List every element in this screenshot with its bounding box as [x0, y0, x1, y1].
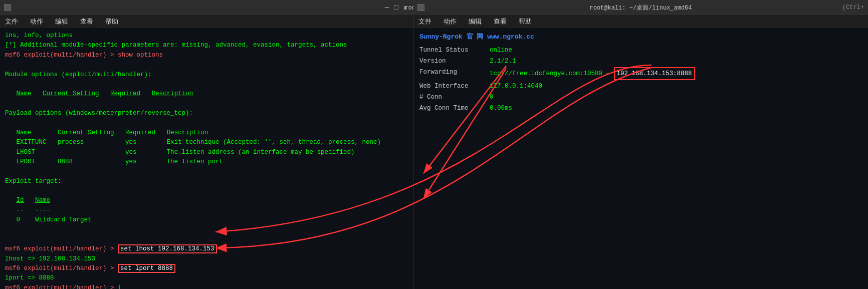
menu-file-right[interactable]: 文件	[415, 16, 435, 27]
ngrok-key-forwarding: Forwarding	[419, 67, 490, 80]
menu-action-right[interactable]: 动作	[441, 16, 460, 27]
term-line: Exploit target:	[5, 177, 408, 186]
term-line: Name Current Setting Required Descriptio…	[5, 89, 408, 99]
ngrok-key-version: Version	[419, 56, 490, 66]
term-line	[5, 167, 408, 176]
terminal-body-left: ins, info, options [*] Additional module…	[0, 28, 413, 289]
term-line: Id Name	[5, 196, 408, 205]
menu-file[interactable]: 文件	[2, 16, 21, 27]
ctrl-hint: (Ctrl+	[842, 4, 864, 11]
term-line: [*] Additional module-specific parameter…	[5, 41, 408, 50]
term-line: lport => 8888	[5, 273, 408, 283]
term-line	[5, 99, 408, 109]
forwarding-target-highlight: 192.168.134.153:8888	[614, 67, 695, 80]
term-line: msf6 exploit(multi/handler) > show optio…	[5, 51, 408, 60]
ngrok-val-webui: 127.0.0.1:4040	[490, 81, 862, 91]
term-line: lhost => 192.168.134.153	[5, 254, 408, 264]
menu-edit[interactable]: 编辑	[52, 16, 71, 27]
term-line	[5, 186, 408, 196]
term-line: LHOST yes The listen address (an interfa…	[5, 148, 408, 157]
ngrok-table: Tunnel Status online Version 2.1/2.1 For…	[419, 45, 862, 113]
term-cmd-lhost: msf6 exploit(multi/handler) > set lhost …	[5, 244, 408, 254]
menu-edit-right[interactable]: 编辑	[466, 16, 485, 27]
menu-help-right[interactable]: 帮助	[516, 16, 535, 27]
terminal-left: root@kali: ~/桌面 — □ ✕ 文件 动作 编辑 查看 帮助 ins…	[0, 0, 413, 289]
term-prompt: msf6 exploit(multi/handler) > |	[5, 283, 408, 289]
term-line	[5, 118, 408, 128]
term-line: LPORT 8888 yes The listen port	[5, 157, 408, 167]
title-bar-right: root@kali: ~/桌面/linux_amd64 (Ctrl+	[413, 0, 868, 15]
window-button-right[interactable]	[417, 4, 424, 11]
ngrok-key-conn: # Conn	[419, 92, 490, 102]
ngrok-key-status: Tunnel Status	[419, 45, 490, 55]
term-line: ins, info, options	[5, 31, 408, 41]
ngrok-key-webui: Web Interface	[419, 81, 490, 91]
ngrok-val-status: online	[490, 45, 862, 55]
term-line: EXITFUNC process yes Exit technique (Acc…	[5, 138, 408, 147]
terminal-right: root@kali: ~/桌面/linux_amd64 (Ctrl+ 文件 动作…	[413, 0, 868, 289]
ngrok-val-conn: 0	[490, 92, 862, 102]
title-bar-left: root@kali: ~/桌面 — □ ✕	[0, 0, 413, 15]
menu-bar-left: 文件 动作 编辑 查看 帮助	[0, 15, 413, 28]
ngrok-header: Sunny-Ngrok 官 网 www.ngrok.cc	[419, 32, 862, 41]
term-line	[5, 60, 408, 70]
right-body: Sunny-Ngrok 官 网 www.ngrok.cc Tunnel Stat…	[413, 28, 868, 289]
minimize-icon[interactable]: —	[383, 4, 390, 12]
menu-view-right[interactable]: 查看	[491, 16, 510, 27]
term-line: Module options (exploit/multi/handler):	[5, 70, 408, 80]
window-button[interactable]	[4, 4, 11, 11]
menu-action[interactable]: 动作	[27, 16, 46, 27]
window-controls	[4, 4, 11, 11]
ngrok-val-conntime: 0.00ms	[490, 103, 862, 113]
term-cmd-lport: msf6 exploit(multi/handler) > set lport …	[5, 264, 408, 273]
term-line: -- ----	[5, 206, 408, 215]
term-line: Name Current Setting Required Descriptio…	[5, 128, 408, 138]
term-line: Payload options (windows/meterpreter/rev…	[5, 109, 408, 118]
maximize-icon[interactable]: □	[392, 4, 399, 12]
term-line	[5, 80, 408, 89]
menu-help[interactable]: 帮助	[102, 16, 121, 27]
menu-bar-right: 文件 动作 编辑 查看 帮助	[413, 15, 868, 28]
window-title-right: root@kali: ~/桌面/linux_amd64	[589, 4, 692, 12]
term-line	[5, 235, 408, 244]
ngrok-val-forwarding: tcp://free.idcfengye.com:10580 → 192.168…	[490, 67, 862, 80]
menu-view[interactable]: 查看	[77, 16, 96, 27]
ngrok-val-version: 2.1/2.1	[490, 56, 862, 66]
term-line: 0 Wildcard Target	[5, 215, 408, 225]
ngrok-key-conntime: Avg Conn Time	[419, 103, 490, 113]
term-line	[5, 225, 408, 235]
